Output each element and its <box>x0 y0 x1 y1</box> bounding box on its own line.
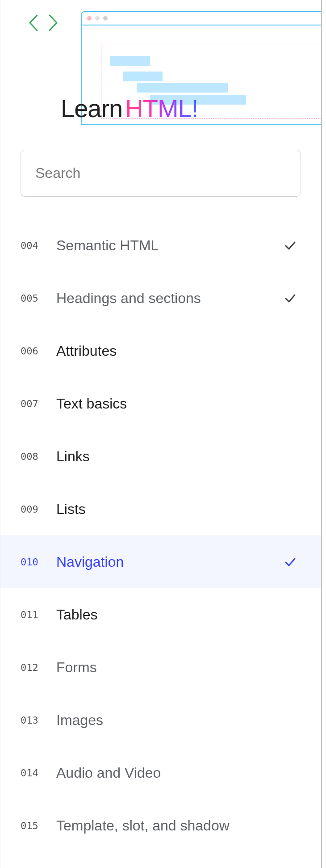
chapter-item[interactable]: 009Lists <box>0 483 321 535</box>
hero-title: LearnHTML! <box>61 94 198 123</box>
chapter-item[interactable]: 013Images <box>0 694 321 746</box>
chapter-label: Semantic HTML <box>56 237 284 254</box>
window-dot-green <box>103 16 108 21</box>
chevron-left-icon[interactable] <box>27 13 39 32</box>
chapter-item[interactable]: 008Links <box>0 430 321 483</box>
chapter-number: 006 <box>21 346 56 357</box>
chapter-label: Audio and Video <box>56 765 284 781</box>
chapter-number: 004 <box>21 240 56 251</box>
chapter-number: 010 <box>21 556 56 568</box>
search-container <box>0 132 321 201</box>
chevron-right-icon[interactable] <box>48 13 59 32</box>
chapter-label: Images <box>56 712 284 729</box>
chapter-item[interactable]: 015Template, slot, and shadow <box>0 799 321 852</box>
chapter-number: 011 <box>21 609 56 620</box>
hero-section: LearnHTML! <box>0 0 321 132</box>
chapter-label: Navigation <box>56 554 284 570</box>
chapter-item[interactable]: 011Tables <box>0 588 321 641</box>
hero-nav-arrows <box>27 13 59 32</box>
chapter-label: Headings and sections <box>56 290 284 307</box>
illustration-bar <box>110 56 150 66</box>
check-icon <box>284 292 297 304</box>
chapter-number: 008 <box>21 451 56 462</box>
browser-titlebar <box>82 12 321 25</box>
window-dot-yellow <box>95 16 100 21</box>
chapter-label: Tables <box>56 607 284 623</box>
chapter-label: Text basics <box>56 396 284 412</box>
chapter-number: 013 <box>21 715 56 726</box>
course-sidebar: LearnHTML! 004Semantic HTML005Headings a… <box>0 0 322 868</box>
check-icon <box>284 239 297 252</box>
chapter-number: 014 <box>21 767 56 779</box>
chapter-label: Template, slot, and shadow <box>56 817 284 834</box>
chapter-number: 015 <box>21 820 56 831</box>
chapter-number: 012 <box>21 662 56 673</box>
chapter-item[interactable]: 010Navigation <box>0 535 321 588</box>
chapter-item[interactable]: 005Headings and sections <box>0 272 321 324</box>
check-icon <box>284 556 297 568</box>
chapter-item[interactable]: 007Text basics <box>0 377 321 430</box>
chapter-label: Forms <box>56 659 284 676</box>
chapter-label: Lists <box>56 501 284 518</box>
chapter-item[interactable]: 016HTML APIs <box>0 852 321 868</box>
chapter-item[interactable]: 006Attributes <box>0 324 321 377</box>
chapter-item[interactable]: 004Semantic HTML <box>0 219 321 272</box>
chapter-label: Attributes <box>56 343 284 359</box>
chapter-number: 007 <box>21 398 56 409</box>
illustration-bar <box>137 83 228 93</box>
chapter-item[interactable]: 012Forms <box>0 641 321 694</box>
chapter-number: 005 <box>21 293 56 304</box>
window-dot-red <box>87 16 92 21</box>
chapter-item[interactable]: 014Audio and Video <box>0 746 321 799</box>
search-input[interactable] <box>21 150 301 197</box>
illustration-bar <box>123 72 163 81</box>
hero-title-part2: HTML! <box>125 94 198 122</box>
chapter-label: Links <box>56 448 284 465</box>
hero-title-part1: Learn <box>61 94 122 122</box>
chapter-list: 004Semantic HTML005Headings and sections… <box>0 219 321 868</box>
chapter-number: 009 <box>21 504 56 515</box>
